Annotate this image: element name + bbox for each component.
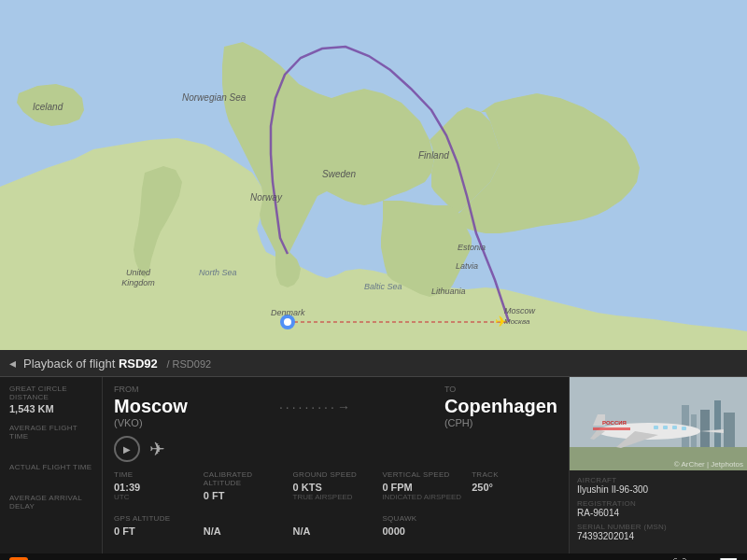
aircraft-label: AIRCRAFT [577, 476, 740, 484]
svg-rect-26 [724, 413, 735, 447]
back-arrow: ◂ [9, 356, 16, 371]
svg-rect-25 [714, 400, 721, 447]
actual-flight-block: ACTUAL FLIGHT TIME [9, 463, 92, 484]
app: ✈ Iceland Norwegian Sea Norway Sweden Fi… [0, 0, 747, 560]
svg-text:North Sea: North Sea [199, 268, 237, 277]
great-circle-label: GREAT CIRCLE DISTANCE [9, 385, 92, 401]
avg-flight-value [9, 442, 92, 454]
svg-text:Norway: Norway [250, 192, 283, 203]
avg-flight-label: AVERAGE FLIGHT TIME [9, 424, 92, 441]
data-grid: TIME 01:39 UTC CALIBRATED ALTITUDE 0 FT … [114, 471, 557, 546]
svg-text:Lithuania: Lithuania [431, 287, 466, 296]
svg-text:Moscow: Moscow [504, 306, 536, 315]
svg-rect-31 [682, 427, 686, 430]
svg-text:Finland: Finland [418, 150, 449, 161]
plane-icon: ✈ [149, 438, 165, 460]
serial-row: SERIAL NUMBER (MSN) 74393202014 [577, 523, 740, 541]
svg-rect-29 [663, 426, 668, 429]
track-cell: TRACK 250° [472, 471, 557, 510]
svg-text:Denmark: Denmark [271, 308, 305, 317]
controls-row: ▶ ✈ [114, 436, 557, 462]
to-city: Copenhagen [444, 396, 557, 417]
from-code: (VKO) [114, 417, 188, 428]
svg-point-3 [284, 318, 291, 326]
photo-credit: © ArCher | Jetphotos [674, 460, 743, 469]
empty-cell-1: N/A [204, 515, 289, 545]
svg-text:United: United [126, 268, 151, 277]
play-button[interactable]: ▶ [114, 436, 140, 462]
to-label: TO [444, 385, 557, 394]
route-arrow: ·········→ [188, 399, 444, 414]
svg-text:Baltic Sea: Baltic Sea [364, 282, 402, 291]
svg-text:Estonia: Estonia [458, 243, 486, 252]
great-circle-block: GREAT CIRCLE DISTANCE 1,543 KM [9, 385, 92, 414]
empty-cell-2: N/A [293, 515, 379, 545]
svg-rect-28 [654, 426, 658, 429]
svg-text:Sweden: Sweden [322, 169, 357, 179]
svg-rect-30 [672, 426, 677, 429]
registration-value: RA-96014 [577, 508, 740, 518]
from-to-row: FROM Moscow (VKO) ·········→ TO Copenhag… [114, 385, 557, 428]
playback-label: Playback of flight RSD92 / RSD092 [23, 357, 211, 371]
vertical-speed-cell: VERTICAL SPEED 0 FPM INDICATED AIRSPEED [382, 471, 468, 510]
squawk-cell: SQUAWK 0000 [382, 515, 468, 545]
fr24-icon: f24 [9, 557, 28, 560]
registration-row: REGISTRATION RA-96014 [577, 499, 740, 518]
bottom-panel: ◂ Playback of flight RSD92 / RSD092 GREA… [0, 350, 747, 560]
svg-text:Latvia: Latvia [456, 261, 478, 271]
bottom-bar: f24 flightradar24 ⛶ ◎ 📊 [0, 553, 747, 560]
svg-text:Iceland: Iceland [33, 102, 63, 112]
serial-value: 74393202014 [577, 531, 740, 541]
avg-arrival-value [9, 512, 92, 524]
gps-alt-cell: GPS ALTITUDE 0 FT [114, 515, 200, 545]
registration-label: REGISTRATION [577, 499, 740, 508]
to-block: TO Copenhagen (CPH) [444, 385, 557, 428]
svg-text:Москва: Москва [504, 317, 530, 326]
actual-flight-value [9, 473, 92, 484]
main-content: GREAT CIRCLE DISTANCE 1,543 KM AVERAGE F… [0, 377, 747, 553]
center-info: FROM Moscow (VKO) ·········→ TO Copenhag… [103, 377, 570, 553]
great-circle-value: 1,543 KM [9, 403, 92, 414]
aircraft-type-row: AIRCRAFT Ilyushin Il-96-300 [577, 476, 740, 495]
avg-flight-block: AVERAGE FLIGHT TIME [9, 424, 92, 454]
svg-text:РОССИЯ: РОССИЯ [602, 420, 627, 426]
from-label: FROM [114, 385, 188, 394]
aircraft-details: AIRCRAFT Ilyushin Il-96-300 REGISTRATION… [570, 470, 747, 553]
from-block: FROM Moscow (VKO) [114, 385, 188, 428]
calibrated-alt-cell: CALIBRATED ALTITUDE 0 FT [204, 471, 289, 510]
time-cell: TIME 01:39 UTC [114, 471, 200, 510]
svg-rect-24 [700, 410, 710, 447]
svg-text:Norwegian Sea: Norwegian Sea [182, 92, 247, 103]
left-stats: GREAT CIRCLE DISTANCE 1,543 KM AVERAGE F… [0, 377, 103, 553]
aircraft-value: Ilyushin Il-96-300 [577, 484, 740, 495]
serial-label: SERIAL NUMBER (MSN) [577, 523, 740, 531]
aircraft-photo: РОССИЯ © ArCher | Jetphotos [570, 377, 747, 470]
to-code: (CPH) [444, 417, 557, 428]
avg-arrival-block: AVERAGE ARRIVAL DELAY [9, 494, 92, 524]
fr24-logo: f24 flightradar24 [9, 557, 89, 560]
svg-text:Kingdom: Kingdom [121, 278, 155, 287]
actual-flight-label: ACTUAL FLIGHT TIME [9, 463, 92, 471]
avg-arrival-label: AVERAGE ARRIVAL DELAY [9, 494, 92, 511]
right-info: РОССИЯ © ArCher | Jetphotos AIRCRAFT Ily… [570, 377, 747, 553]
svg-rect-32 [593, 427, 630, 430]
map-area: ✈ Iceland Norwegian Sea Norway Sweden Fi… [0, 0, 747, 350]
from-city: Moscow [114, 396, 188, 417]
ground-speed-cell: GROUND SPEED 0 KTS TRUE AIRSPEED [293, 471, 379, 510]
flight-title-bar: ◂ Playback of flight RSD92 / RSD092 [0, 350, 747, 377]
